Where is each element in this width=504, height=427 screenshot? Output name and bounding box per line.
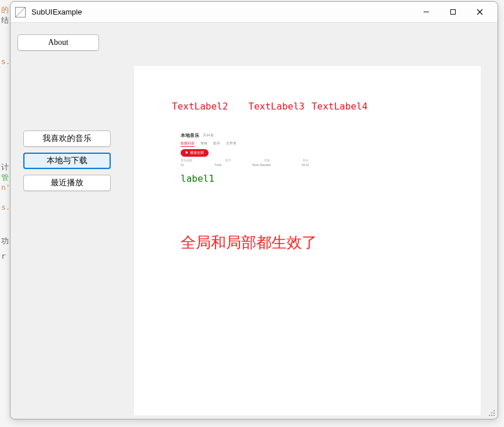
- text-label-2: TextLabel2: [172, 101, 228, 112]
- bg-fragment: 管: [1, 172, 9, 183]
- window-controls: [413, 3, 493, 21]
- bg-fragment: 的: [1, 5, 9, 15]
- mini-title: 本地音乐: [181, 132, 199, 139]
- content-panel: TextLabel2 TextLabel3 TextLabel4 本地音乐 共2…: [134, 66, 481, 415]
- mini-col-duration: 时长: [303, 158, 309, 162]
- mini-row-album: Rock Standart: [252, 163, 271, 167]
- mini-music-list: 本地音乐 共24首 歌曲列表 专辑 歌手 文件夹 ▶ 播放全部 音乐标题 歌手 …: [181, 132, 315, 173]
- window-title: SubUIExample: [31, 8, 413, 16]
- bg-fragment: 功: [1, 236, 9, 246]
- bg-fragment: 结: [1, 15, 9, 26]
- titlebar[interactable]: SubUIExample: [10, 2, 498, 23]
- app-icon: [15, 7, 26, 17]
- minimize-button[interactable]: [413, 3, 439, 21]
- mini-subtitle: 共24首: [203, 133, 214, 138]
- mini-row-idx: 01: [181, 163, 184, 167]
- mini-tab-songs: 歌曲列表: [181, 141, 195, 147]
- text-label-row: TextLabel2 TextLabel3 TextLabel4: [172, 101, 368, 112]
- mini-play-all: ▶ 播放全部: [181, 149, 209, 157]
- client-area: About 我喜欢的音乐 本地与下载 最近播放 TextLabel2 TextL…: [10, 23, 498, 419]
- mini-tab-album: 专辑: [200, 141, 207, 147]
- resize-grip[interactable]: [488, 410, 495, 417]
- mini-row-time: 19:10: [301, 163, 309, 167]
- mini-col-artist: 歌手: [225, 158, 231, 162]
- bg-fragment: n': [1, 183, 10, 192]
- mini-tab-artist: 歌手: [213, 141, 220, 147]
- bg-fragment: s.: [1, 57, 10, 66]
- text-label-4: TextLabel4: [312, 101, 368, 112]
- mini-col-album: 专辑: [264, 158, 270, 162]
- text-label-3: TextLabel3: [248, 101, 304, 112]
- status-message: 全局和局部都生效了: [181, 232, 317, 253]
- nav-group: 我喜欢的音乐 本地与下载 最近播放: [23, 130, 111, 191]
- bg-fragment: s.: [1, 203, 10, 211]
- label1: label1: [181, 173, 214, 184]
- nav-recent-play-button[interactable]: 最近播放: [23, 175, 111, 191]
- mini-col-title: 音乐标题: [181, 158, 192, 162]
- mini-tab-folder: 文件夹: [226, 141, 237, 147]
- nav-local-download-button[interactable]: 本地与下载: [23, 153, 111, 169]
- nav-my-music-button[interactable]: 我喜欢的音乐: [23, 130, 111, 147]
- svg-rect-1: [450, 10, 455, 15]
- bg-fragment: 计: [1, 162, 9, 172]
- mini-row-title: Track: [214, 163, 221, 167]
- app-window: SubUIExample About 我喜欢的音乐 本地与下载 最近播放 Tex…: [10, 1, 498, 419]
- maximize-button[interactable]: [439, 3, 466, 21]
- about-button[interactable]: About: [17, 34, 99, 51]
- bg-fragment: r: [1, 252, 6, 260]
- close-button[interactable]: [466, 3, 493, 21]
